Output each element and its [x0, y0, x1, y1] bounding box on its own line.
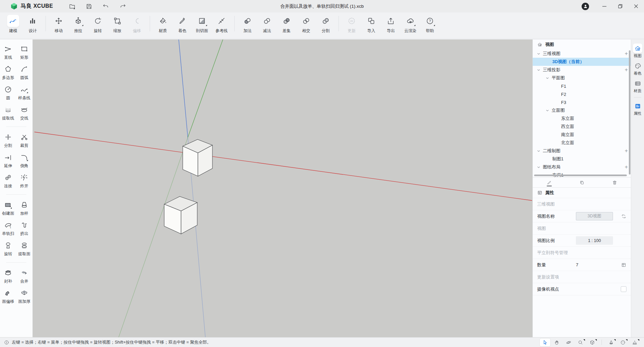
toolbar-button-paint[interactable]: 着色	[173, 12, 192, 34]
toolbar-button-pushpull[interactable]: 推拉	[68, 12, 88, 34]
viewport-canvas[interactable]	[33, 39, 532, 337]
minimize-button[interactable]	[596, 0, 612, 12]
rail-tab-palette[interactable]: 着色	[633, 61, 642, 76]
toolbar-button-section-plane[interactable]: 剖切面	[192, 12, 212, 34]
horizontal-scrollbar[interactable]	[534, 175, 627, 176]
zoom-area-tool-button[interactable]	[575, 339, 586, 346]
refresh-button[interactable]	[621, 214, 626, 219]
tool-button-split-edge[interactable]: 分割	[0, 130, 16, 151]
tool-button-extract-face[interactable]: 提取面	[16, 239, 32, 259]
tool-button-explode[interactable]: 炸开	[16, 171, 32, 191]
tool-button-extrude[interactable]: 挤出	[16, 218, 32, 239]
rail-tab-material-lib[interactable]: 材质	[633, 79, 642, 94]
dome-light-tool-button[interactable]	[630, 339, 640, 346]
restore-button[interactable]	[612, 0, 628, 12]
view-tree-item[interactable]: 图纸布局 +	[533, 163, 631, 171]
toolbar-button-bool-split[interactable]: 分割	[316, 12, 335, 34]
add-view-button[interactable]: +	[625, 67, 628, 73]
duplicate-view-button[interactable]	[565, 178, 598, 187]
open-file-button[interactable]	[68, 3, 76, 10]
table-button[interactable]	[621, 262, 626, 268]
view-tree-item[interactable]: 三维投影 +	[533, 66, 631, 74]
orbit-tool-button[interactable]	[563, 339, 574, 346]
tool-button-loft[interactable]: 放样	[16, 198, 32, 218]
view-tree-item[interactable]: 布局1	[533, 171, 631, 177]
tool-button-polygon[interactable]: 多边形	[0, 62, 16, 83]
toolbar-button-guide-line[interactable]: 参考线	[212, 12, 231, 34]
tool-button-patch[interactable]: 封补	[0, 266, 16, 286]
cube-object[interactable]	[183, 139, 212, 176]
toolbar-button-export[interactable]: 导出	[381, 12, 401, 34]
toolbar-button-import[interactable]: 导入	[361, 12, 381, 34]
toolbar-button-bool-subtract[interactable]: 减法	[257, 12, 277, 34]
perspective-tool-button[interactable]	[606, 339, 616, 346]
toolbar-button-rotate[interactable]: 旋转	[88, 12, 108, 34]
duplicate-icon	[579, 180, 585, 185]
view-tree-item[interactable]: 东立面	[533, 114, 631, 123]
view-tree-item[interactable]: F2	[533, 90, 631, 98]
tool-button-label: 放样	[20, 211, 28, 216]
cube-object[interactable]	[164, 196, 197, 234]
rail-tab-home[interactable]: 视图	[633, 44, 642, 58]
tool-button-connect[interactable]: 连接	[0, 171, 16, 191]
view-tree-item[interactable]: F3	[533, 98, 631, 106]
tool-button-chamfer[interactable]: 倒角	[16, 151, 32, 171]
edit-view-button[interactable]	[533, 178, 565, 187]
toolbar-button-move[interactable]: 移动	[49, 12, 68, 34]
view-tree-item[interactable]: 三维视图 +	[533, 50, 631, 58]
toolbar-button-model[interactable]: 建模	[3, 12, 23, 34]
vertical-scrollbar[interactable]	[629, 50, 631, 175]
view-tree-item[interactable]: 二维制图 +	[533, 147, 631, 155]
toolbar-button-help[interactable]: ? 帮助	[420, 12, 440, 34]
add-view-button[interactable]: +	[625, 148, 628, 154]
toolbar-button-material[interactable]: 材质	[153, 12, 173, 34]
view-scale-input[interactable]: 1 : 100	[576, 236, 613, 245]
view-tree-item-selected[interactable]: 3D视图（当前）	[533, 58, 631, 66]
view-cube-tool-button[interactable]	[587, 339, 597, 346]
close-button[interactable]	[628, 0, 644, 12]
tool-button-rect[interactable]: 矩形	[16, 42, 32, 62]
cursor-icon	[542, 340, 548, 345]
tool-button-face-thicken[interactable]: 面加厚	[16, 286, 32, 306]
cursor-tool-button[interactable]	[540, 339, 550, 346]
tool-button-rotate-solid[interactable]: 旋转	[0, 239, 16, 259]
toolbar-button-bool-intersect[interactable]: 相交	[296, 12, 316, 34]
tool-button-intersection-line[interactable]: 交线	[16, 103, 32, 123]
tool-button-line[interactable]: 直线	[0, 42, 16, 62]
tool-button-arc[interactable]: 圆弧	[16, 62, 32, 83]
toolbar-button-bool-add[interactable]: 加法	[238, 12, 257, 34]
pan-hand-tool-button[interactable]	[552, 339, 562, 346]
delete-view-button[interactable]	[598, 178, 631, 187]
view-tree-item[interactable]: 平面图	[533, 74, 631, 82]
tool-button-create-face[interactable]: 创建面	[0, 198, 16, 218]
tool-button-circle[interactable]: 圆	[0, 83, 16, 103]
view-tree-item[interactable]: 西立面	[533, 123, 631, 131]
tool-button-merge[interactable]: 合并	[16, 266, 32, 286]
user-avatar[interactable]	[582, 3, 589, 10]
tool-button-trim[interactable]: 裁剪	[16, 130, 32, 151]
toolbar-button-design[interactable]: 设计	[23, 12, 42, 34]
camera-viewpoint-checkbox[interactable]	[621, 286, 626, 292]
add-view-button[interactable]: +	[625, 51, 628, 56]
save-button[interactable]	[85, 3, 93, 10]
view-tree-item[interactable]: 北立面	[533, 139, 631, 147]
undo-button[interactable]	[102, 3, 110, 10]
toolbar-button-bool-difference[interactable]: 差集	[277, 12, 296, 34]
rail-tab-properties[interactable]: 属性	[633, 101, 642, 116]
view-tree-item[interactable]: F1	[533, 82, 631, 90]
view-tree-item[interactable]: 南立面	[533, 131, 631, 139]
tool-button-face-offset[interactable]: 面偏移	[0, 286, 16, 306]
tool-button-spline[interactable]: 样条线	[16, 83, 32, 103]
add-view-button[interactable]: +	[625, 164, 628, 170]
redo-button[interactable]	[119, 3, 126, 10]
tool-button-single-rail[interactable]: 1 单轨扫	[0, 218, 16, 239]
extract-line-icon	[4, 106, 12, 114]
tool-button-extract-line[interactable]: 提取线	[0, 103, 16, 123]
view-tree-item[interactable]: 立面图	[533, 106, 631, 114]
viewport[interactable]	[33, 39, 532, 337]
toolbar-button-cloud-render[interactable]: 云渲染	[401, 12, 420, 34]
tool-button-extend[interactable]: 延伸	[0, 151, 16, 171]
shaded-sphere-tool-button[interactable]	[618, 339, 628, 346]
toolbar-button-scale[interactable]: 缩放	[108, 12, 127, 34]
view-tree-item[interactable]: 制图1	[533, 155, 631, 163]
